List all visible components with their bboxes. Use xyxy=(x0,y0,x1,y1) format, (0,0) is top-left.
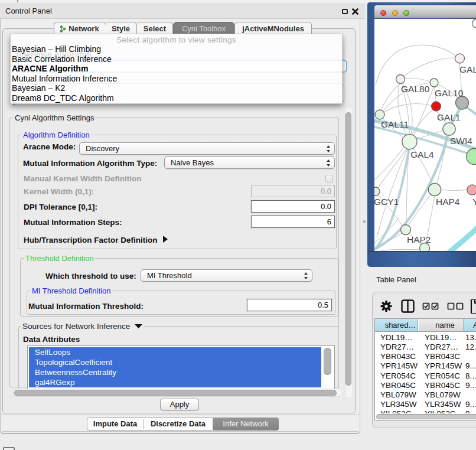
svg-text:GAL80: GAL80 xyxy=(401,84,430,94)
svg-text:GAL11: GAL11 xyxy=(381,119,409,129)
svg-text:GAL2: GAL2 xyxy=(459,64,476,74)
svg-text:SWI4: SWI4 xyxy=(450,136,472,146)
svg-text:GCY1: GCY1 xyxy=(374,197,399,207)
svg-text:HAP2: HAP2 xyxy=(407,234,431,244)
svg-text:YM: YM xyxy=(472,197,476,207)
svg-text:HAP4: HAP4 xyxy=(436,197,460,207)
svg-text:GAL4: GAL4 xyxy=(410,149,434,159)
svg-text:GAL10: GAL10 xyxy=(435,88,464,98)
svg-text:GAL1: GAL1 xyxy=(437,112,461,122)
